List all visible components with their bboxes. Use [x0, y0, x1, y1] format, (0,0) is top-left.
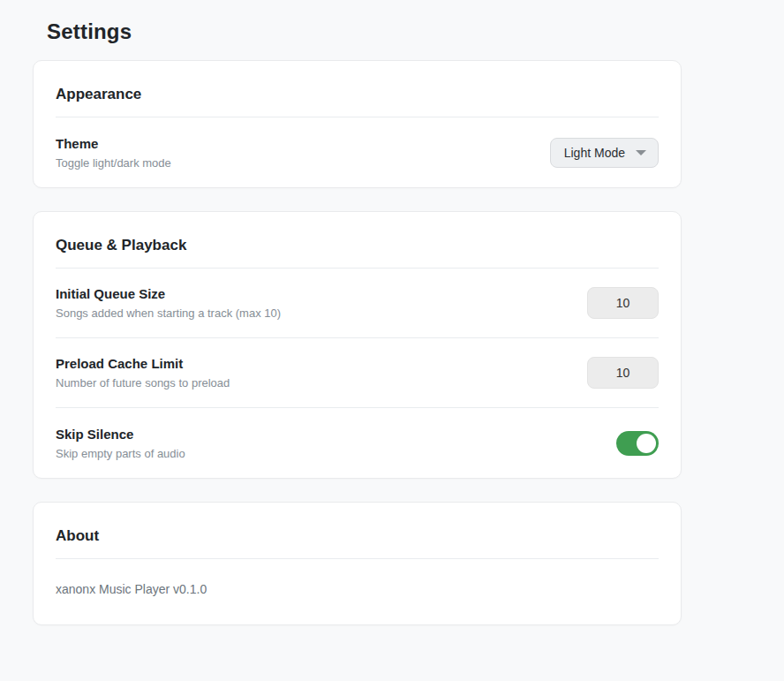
setting-description-initial-queue-size: Songs added when starting a track (max 1…	[56, 306, 281, 320]
appearance-card: Appearance Theme Toggle light/dark mode …	[33, 60, 682, 188]
about-text: xanonx Music Player v0.1.0	[56, 559, 659, 624]
setting-label-theme: Theme	[56, 136, 171, 151]
setting-label-skip-silence: Skip Silence	[56, 427, 185, 442]
setting-row-initial-queue-size: Initial Queue Size Songs added when star…	[56, 269, 659, 338]
theme-select-value: Light Mode	[564, 146, 625, 160]
skip-silence-toggle[interactable]	[616, 431, 659, 456]
section-title-appearance: Appearance	[56, 61, 659, 117]
setting-text-theme: Theme Toggle light/dark mode	[56, 136, 171, 170]
section-title-queue-playback: Queue & Playback	[56, 212, 659, 269]
setting-row-preload-cache-limit: Preload Cache Limit Number of future son…	[56, 338, 659, 408]
setting-label-initial-queue-size: Initial Queue Size	[56, 286, 281, 301]
setting-description-skip-silence: Skip empty parts of audio	[56, 447, 185, 460]
setting-row-skip-silence: Skip Silence Skip empty parts of audio	[56, 408, 659, 478]
setting-row-theme: Theme Toggle light/dark mode Light Mode	[56, 117, 659, 187]
setting-description-theme: Toggle light/dark mode	[56, 156, 171, 170]
queue-playback-card: Queue & Playback Initial Queue Size Song…	[33, 211, 682, 479]
about-card: About xanonx Music Player v0.1.0	[33, 502, 682, 625]
section-title-about: About	[56, 503, 659, 559]
preload-cache-limit-input[interactable]	[587, 357, 659, 389]
setting-text-initial-queue-size: Initial Queue Size Songs added when star…	[56, 286, 281, 320]
setting-label-preload-cache-limit: Preload Cache Limit	[56, 356, 230, 371]
toggle-knob-icon	[637, 434, 656, 453]
theme-select[interactable]: Light Mode	[550, 138, 659, 168]
settings-page: Settings Appearance Theme Toggle light/d…	[33, 0, 682, 625]
setting-text-skip-silence: Skip Silence Skip empty parts of audio	[56, 427, 185, 460]
page-title: Settings	[47, 19, 682, 44]
chevron-down-icon	[636, 150, 646, 155]
setting-text-preload-cache-limit: Preload Cache Limit Number of future son…	[56, 356, 230, 390]
setting-description-preload-cache-limit: Number of future songs to preload	[56, 376, 230, 390]
initial-queue-size-input[interactable]	[587, 287, 659, 319]
